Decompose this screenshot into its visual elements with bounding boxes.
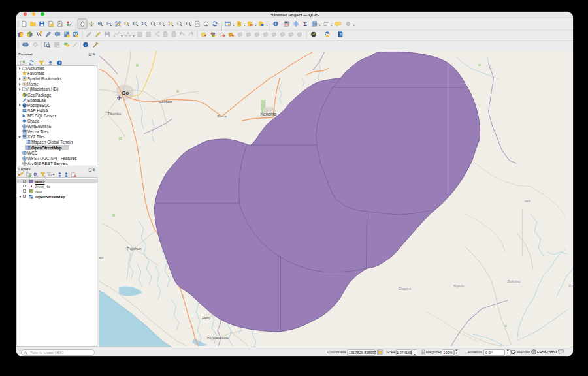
svg-text:i: i bbox=[85, 42, 86, 46]
svg-text:Bokomu: Bokomu bbox=[507, 279, 520, 283]
svg-text:Gerihun: Gerihun bbox=[158, 100, 172, 104]
svg-text:Tikonko: Tikonko bbox=[107, 112, 121, 116]
svg-text:Gbarma: Gbarma bbox=[398, 287, 411, 290]
svg-text:?: ? bbox=[340, 32, 342, 36]
svg-text:Pujehun: Pujehun bbox=[127, 247, 141, 251]
svg-text:Kenema: Kenema bbox=[260, 112, 276, 116]
svg-text:Go: Go bbox=[568, 284, 573, 288]
svg-text:Σ: Σ bbox=[303, 20, 307, 27]
svg-text:Blama: Blama bbox=[217, 114, 226, 118]
svg-text:Bo: Bo bbox=[122, 90, 129, 96]
svg-text:api: api bbox=[99, 255, 104, 259]
svg-text:Bo Waterside: Bo Waterside bbox=[207, 336, 229, 340]
svg-text:Bopolu: Bopolu bbox=[453, 284, 464, 288]
svg-text:neh: neh bbox=[524, 199, 530, 203]
svg-text:Fairo: Fairo bbox=[202, 316, 210, 320]
